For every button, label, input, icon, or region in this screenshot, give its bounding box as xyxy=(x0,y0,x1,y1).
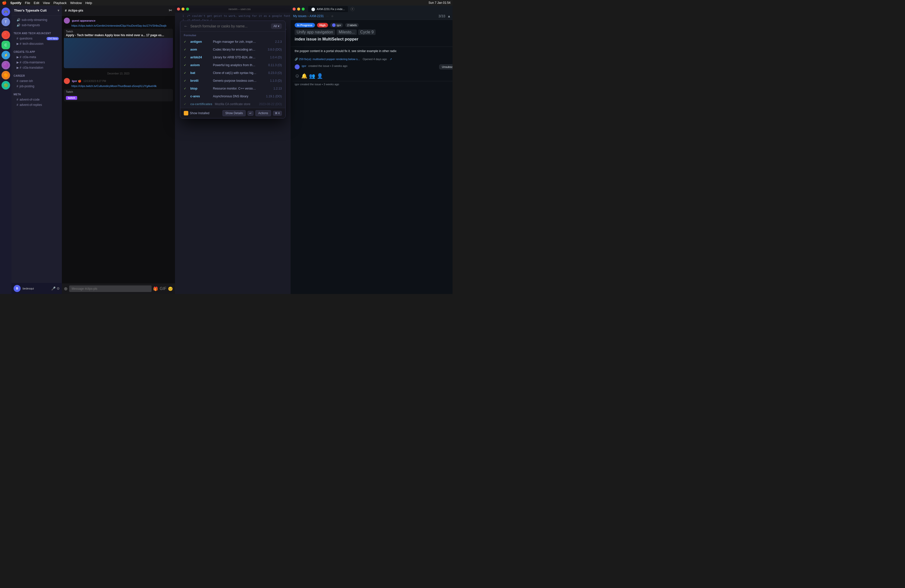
channel-advent-of-code[interactable]: # advent-of-code xyxy=(13,97,61,102)
server-icon-discord[interactable]: 🎮 xyxy=(2,8,10,16)
brew-show-installed: Show Installed xyxy=(184,111,210,116)
channel-ct3a-maintainers[interactable]: ▶ # ct3a-maintainers xyxy=(13,60,61,65)
server-icon-wrapper-8: 🟢 xyxy=(2,81,10,89)
hash-icon-8: # xyxy=(17,98,18,101)
brew-version-brotli: 1.1.0 (D) xyxy=(259,79,282,83)
external-link-icon[interactable]: ↗ xyxy=(390,57,392,60)
discord-server-header[interactable]: Theo's Typesafe Cult ▾ xyxy=(11,6,62,16)
brew-back-button[interactable]: ← xyxy=(184,24,188,29)
server-icon-green[interactable]: C xyxy=(2,41,10,49)
headphones-icon[interactable]: ⚙ xyxy=(57,286,60,291)
channel-advent-of-replies[interactable]: # advent-of-replies xyxy=(13,102,61,107)
brew-item-antigen[interactable]: ✓ antigen Plugin manager for zsh, inspir… xyxy=(180,38,285,46)
channel-sub-hangouts[interactable]: 🔊 sub-hangouts xyxy=(13,23,61,28)
hash-icon-2: ▶ # xyxy=(17,42,21,46)
chat-link-1[interactable]: https://clips.twitch.tv/GentleUninterest… xyxy=(64,24,173,27)
code-content-1: /* couldn't get geist to work, waiting f… xyxy=(187,14,291,18)
brew-show-details-button[interactable]: Show Details xyxy=(222,110,246,116)
reaction-icon-1[interactable]: ☺ xyxy=(295,73,300,79)
brew-name-btop: btop xyxy=(190,86,210,90)
traffic-light-yellow[interactable] xyxy=(181,8,184,11)
badge-user-name: igor xyxy=(337,24,341,27)
brew-item-c-ares[interactable]: ✓ c-ares Asynchronous DNS library 1.19.1… xyxy=(180,92,285,100)
breadcrumb-my-issues[interactable]: My issues xyxy=(293,14,306,18)
github-comment-user[interactable]: igor xyxy=(302,64,306,67)
hash-icon-9: # xyxy=(17,103,18,106)
github-nav-badges: Unify app navigation Milesto... Cycle 9 xyxy=(295,29,452,35)
brew-item-aom[interactable]: ✓ aom Codec library for encoding and dec… xyxy=(180,46,285,53)
brew-footer: Show Installed Show Details ↵ Actions ⌘ … xyxy=(180,108,285,118)
menu-playback[interactable]: Playback xyxy=(53,1,67,5)
github-breadcrumb: My issues › AXM-2231 xyxy=(293,14,324,18)
github-user-icon[interactable]: 👤 xyxy=(317,73,323,79)
channel-questions[interactable]: # questions 194 New xyxy=(13,36,61,41)
nav-badge-1[interactable]: Unify app navigation xyxy=(295,29,335,35)
brew-item-btop[interactable]: ✓ btop Resource monitor. C++ version and… xyxy=(180,84,285,92)
github-issue-badges: In Progress High igor 2 labels xyxy=(295,23,452,27)
github-traffic-red[interactable] xyxy=(293,8,295,11)
server-icon-red[interactable]: 🔴 xyxy=(2,31,10,39)
gif-icon[interactable]: GIF xyxy=(160,286,167,291)
channel-ct3a-meta[interactable]: ▶ # ct3a-meta xyxy=(13,54,61,60)
github-traffic-yellow[interactable] xyxy=(297,8,300,11)
mic-icon[interactable]: 🎤 xyxy=(51,286,56,291)
chat-input-icons: 🎁 GIF 😊 xyxy=(153,286,173,291)
github-traffic-green[interactable] xyxy=(302,8,305,11)
server-icon-orange[interactable]: 🟠 xyxy=(2,71,10,79)
chat-input[interactable] xyxy=(69,286,152,292)
chat-add-icon[interactable]: ⊕ xyxy=(64,286,68,291)
related-issue-link[interactable]: 259 fix(ui): multiselect popper renderin… xyxy=(299,57,360,60)
menu-spotify[interactable]: Spotify xyxy=(10,1,21,5)
brew-item-ca-certificates[interactable]: ✓ ca-certificates Mozilla CA certificate… xyxy=(180,100,285,108)
apple-icon[interactable]: 🍎 xyxy=(2,0,7,5)
menu-view[interactable]: View xyxy=(43,1,50,5)
channel-sub-only[interactable]: 🔊 sub-only-streaming xyxy=(13,17,61,22)
brew-item-brotli[interactable]: ✓ brotli Generic-purpose lossless compre… xyxy=(180,77,285,84)
traffic-light-red[interactable] xyxy=(177,8,180,11)
channel-job-posting[interactable]: # job-posting xyxy=(13,84,61,89)
menu-file[interactable]: File xyxy=(25,1,30,5)
server-icon-blue[interactable]: ⚡ xyxy=(2,51,10,59)
hash-icon-6: # xyxy=(17,79,18,83)
brew-name-bat: bat xyxy=(190,71,210,75)
server-icon-t3[interactable]: T xyxy=(2,17,10,26)
breadcrumb-axm-num[interactable]: AXM-2231 xyxy=(310,14,324,18)
github-tab-axm[interactable]: ⬤ AXM-2231 Fix z-inde... xyxy=(308,6,348,12)
voice-icon-1: 🔊 xyxy=(17,18,21,22)
nav-badge-3[interactable]: Cycle 9 xyxy=(358,29,376,35)
channel-tech-discussion[interactable]: ▶ # tech-discussion xyxy=(13,41,61,46)
reaction-icon-3[interactable]: 👥 xyxy=(309,73,315,79)
chat-link-2[interactable]: https://clips.twitch.tv/CulturedicyMoonT… xyxy=(64,84,173,87)
gift-icon[interactable]: 🎁 xyxy=(153,286,158,291)
questions-badge: 194 New xyxy=(46,37,59,40)
brew-actions-button[interactable]: Actions xyxy=(256,110,271,116)
brew-filter-button[interactable]: All ▾ xyxy=(271,23,282,29)
brew-search-input[interactable] xyxy=(190,24,268,28)
brew-item-bat[interactable]: ✓ bat Clone of cat(1) with syntax highli… xyxy=(180,69,285,77)
menu-help[interactable]: Help xyxy=(85,1,92,5)
channel-ct3a-translation[interactable]: ▶ # ct3a-translation xyxy=(13,65,61,70)
menu-edit[interactable]: Edit xyxy=(34,1,39,5)
brew-item-axiom[interactable]: ✓ axiom Powerful log analytics from the … xyxy=(180,61,285,69)
chat-embed-source-2: Twitch xyxy=(64,89,173,94)
channel-career-ish[interactable]: # career-ish xyxy=(13,78,61,84)
github-new-tab-button[interactable]: + xyxy=(351,7,354,11)
thumb-bg-1 xyxy=(64,38,173,68)
github-related-issue[interactable]: 🔗 259 fix(ui): multiselect popper render… xyxy=(291,56,452,63)
server-chevron-icon[interactable]: ▾ xyxy=(57,8,59,12)
menu-window[interactable]: Window xyxy=(70,1,82,5)
brew-desc-antigen: Plugin manager for zsh, inspired by oh-m… xyxy=(213,40,257,43)
server-icon-teal[interactable]: 🟢 xyxy=(2,81,10,89)
emoji-icon[interactable]: 😊 xyxy=(168,286,173,291)
brew-filter-label: All xyxy=(273,24,277,28)
github-unsubscribe-button[interactable]: Unsubscribe xyxy=(439,64,452,70)
star-icon[interactable]: ☆ xyxy=(331,14,333,18)
server-icon-purple[interactable]: 🟣 xyxy=(2,61,10,70)
chat-embed-thumb-1[interactable]: ▶ xyxy=(64,38,173,68)
traffic-light-green[interactable] xyxy=(186,8,189,11)
reaction-icon-2[interactable]: 🔔 xyxy=(301,73,308,79)
nav-badge-2[interactable]: Milesto... xyxy=(337,29,357,35)
github-nav-up-icon[interactable]: ▲ xyxy=(447,14,451,18)
chat-timestamp: December 13, 2023 xyxy=(64,72,173,75)
brew-item-aribb24[interactable]: ✓ aribb24 Library for ARIB STD-B24, deco… xyxy=(180,53,285,61)
